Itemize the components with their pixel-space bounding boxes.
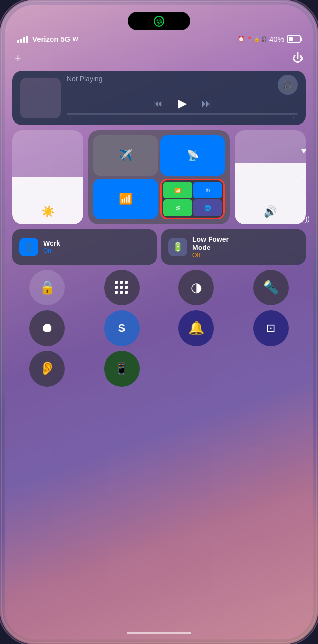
low-power-title: Low Power xyxy=(192,235,229,244)
calculator-button[interactable] xyxy=(104,270,140,305)
phone-frame: ⛓ Verizon 5GW ⏰ 📍 🔒 🎧 xyxy=(0,0,318,644)
power-button-cc[interactable]: ⏻ xyxy=(292,52,303,65)
chain-button[interactable]: ⛓ xyxy=(163,199,192,216)
chain-link-symbol: ⛓ xyxy=(155,16,164,26)
screen-mirror-button[interactable]: ⊡ xyxy=(253,310,289,346)
status-icons: ⏰ 📍 🔒 🎧 xyxy=(238,36,267,42)
carrier-text: Verizon 5G xyxy=(32,35,71,43)
wifi-button[interactable]: 📶 xyxy=(93,179,158,219)
home-icon[interactable]: ⌂ xyxy=(301,192,307,203)
fast-forward-button[interactable]: ⏭ xyxy=(202,98,212,109)
cellular-icon: 📶 xyxy=(175,188,181,193)
brightness-control[interactable]: ☀️ xyxy=(12,130,83,224)
play-button[interactable]: ▶ xyxy=(178,97,187,110)
battery-fill xyxy=(289,37,293,41)
bluetooth-button[interactable]: 𝔅 xyxy=(193,182,222,198)
mirror-icon: ⊡ xyxy=(266,322,275,335)
time-start: --:-- xyxy=(67,116,75,121)
shazam-icon: S xyxy=(118,322,125,335)
volume-control[interactable]: 🔊 xyxy=(235,130,306,224)
volume-icon: 🔊 xyxy=(264,205,277,218)
album-art xyxy=(20,78,61,118)
progress-bar xyxy=(67,113,298,115)
lock-rotation-icon: 🔒 xyxy=(39,280,55,295)
wifi-icon: 📶 xyxy=(119,193,132,205)
status-right: ⏰ 📍 🔒 🎧 40% xyxy=(238,35,301,43)
media-info: Not Playing 🎧 ⏮ ▶ ⏭ --:-- --:-- xyxy=(67,75,298,121)
dark-mode-button[interactable]: ◑ xyxy=(178,270,214,305)
controls-row-1: 🔒 ◑ 🔦 xyxy=(12,270,306,305)
radio-waves-icon[interactable]: ((•)) xyxy=(298,215,310,223)
headphones-icon: 🎧 xyxy=(261,36,267,42)
low-power-icon: 🔋 xyxy=(168,238,187,256)
work-focus-button[interactable]: 👤 Work On xyxy=(12,229,157,265)
low-power-text: Low Power Mode Off xyxy=(192,235,229,259)
remote-button[interactable]: 📱 xyxy=(104,351,140,387)
cellular-button[interactable]: 📶 xyxy=(163,182,192,198)
record-icon: ⏺ xyxy=(41,320,53,336)
airplay-button[interactable]: 🎧 xyxy=(278,75,298,95)
chain-icon-small: ⛓ xyxy=(176,205,180,210)
bluetooth-icon: 𝔅 xyxy=(206,187,210,194)
bell-button[interactable]: 🔔 xyxy=(178,310,214,346)
network-controls: ✈️ 📡 📶 📶 xyxy=(88,130,230,224)
screen: ⛓ Verizon 5GW ⏰ 📍 🔒 🎧 xyxy=(5,5,313,639)
controls-row-2: ⏺ S 🔔 ⊡ xyxy=(12,310,306,346)
right-side-icons: ♥ ♪ ⌂ ((•)) xyxy=(298,130,310,223)
dark-mode-icon: ◑ xyxy=(191,280,202,295)
hearing-icon: 👂 xyxy=(39,361,55,376)
music-note-icon[interactable]: ♪ xyxy=(301,168,306,180)
feature-row: 👤 Work On 🔋 Low Power Mode Off xyxy=(12,229,306,265)
work-subtitle: On xyxy=(43,248,60,254)
airplay-icon: 🎧 xyxy=(283,80,293,90)
signal-strength xyxy=(17,36,28,43)
low-power-subtitle: Off xyxy=(192,252,229,259)
low-power-button[interactable]: 🔋 Low Power Mode Off xyxy=(161,229,306,265)
rewind-button[interactable]: ⏮ xyxy=(153,98,163,109)
media-player: Not Playing 🎧 ⏮ ▶ ⏭ --:-- --:-- xyxy=(12,71,306,125)
cc-header: + ⏻ xyxy=(12,52,306,65)
work-title: Work xyxy=(43,239,60,248)
airplane-mode-button[interactable]: ✈️ xyxy=(93,135,158,176)
heart-icon[interactable]: ♥ xyxy=(301,145,307,156)
now-playing-text: Not Playing xyxy=(67,75,278,83)
low-power-title2: Mode xyxy=(192,244,229,252)
work-focus-icon: 👤 xyxy=(19,238,38,256)
airdrop-icon: 📡 xyxy=(187,149,199,161)
airdrop-button[interactable]: 📡 xyxy=(160,135,225,176)
calculator-icon xyxy=(115,281,129,295)
carrier-suffix: W xyxy=(73,36,78,43)
time-end: --:-- xyxy=(290,116,298,121)
hearing-button[interactable]: 👂 xyxy=(29,351,65,387)
remote-icon: 📱 xyxy=(115,362,128,375)
connectivity-group: 📶 𝔅 ⛓ 🌐 xyxy=(160,179,225,219)
home-indicator xyxy=(127,632,191,634)
time-labels: --:-- --:-- xyxy=(67,116,298,121)
battery-icon xyxy=(287,35,301,43)
flashlight-icon: 🔦 xyxy=(263,280,279,295)
screen-record-button[interactable]: ⏺ xyxy=(29,310,65,346)
shazam-button[interactable]: S xyxy=(104,310,140,346)
person-icon: 👤 xyxy=(23,242,34,252)
add-button[interactable]: + xyxy=(15,52,21,65)
brightness-icon: ☀️ xyxy=(41,205,54,218)
lock-rotation-button[interactable]: 🔒 xyxy=(29,270,65,305)
airplane-icon: ✈️ xyxy=(119,149,132,162)
location-icon: 📍 xyxy=(246,36,252,42)
globe-button[interactable]: 🌐 xyxy=(193,199,222,216)
bell-icon: 🔔 xyxy=(188,320,204,336)
chain-link-icon: ⛓ xyxy=(154,16,164,27)
dynamic-island: ⛓ xyxy=(128,12,190,30)
control-center: + ⏻ Not Playing 🎧 ⏮ xyxy=(12,52,306,624)
media-controls: ⏮ ▶ ⏭ xyxy=(67,97,298,110)
controls-row-3: 👂 📱 xyxy=(12,351,306,387)
battery-percent: 40% xyxy=(269,35,284,43)
globe-icon: 🌐 xyxy=(204,205,211,211)
flashlight-button[interactable]: 🔦 xyxy=(253,270,289,305)
lock-icon: 🔒 xyxy=(254,36,260,42)
status-bar: Verizon 5GW ⏰ 📍 🔒 🎧 40% xyxy=(17,35,301,43)
battery-power-icon: 🔋 xyxy=(172,242,183,252)
work-focus-text: Work On xyxy=(43,239,60,254)
alarm-icon: ⏰ xyxy=(238,36,245,42)
